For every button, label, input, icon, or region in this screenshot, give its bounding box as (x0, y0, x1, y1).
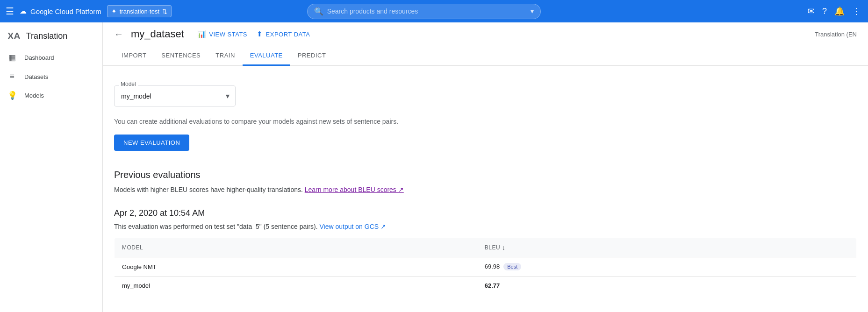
project-selector[interactable]: ✦ translation-test ⇅ (107, 5, 172, 17)
search-dropdown-icon[interactable]: ▾ (531, 7, 534, 15)
back-button[interactable]: ← (114, 29, 123, 40)
learn-more-bleu-link[interactable]: Learn more about BLEU scores ↗ (305, 186, 404, 193)
model-select-group: Model my_model ▾ (114, 77, 857, 106)
info-text: You can create additional evaluations to… (114, 118, 857, 125)
email-icon[interactable]: ✉ (806, 4, 817, 18)
sidebar-header: XA Translation (0, 26, 102, 48)
view-output-link[interactable]: View output on GCS ↗ (320, 223, 387, 230)
model-select-label: Model (119, 81, 138, 87)
sidebar-item-models[interactable]: 💡 Models (0, 86, 99, 105)
export-icon: ⬆ (257, 30, 263, 38)
tab-predict[interactable]: PREDICT (290, 46, 334, 66)
logo-text: Google Cloud Platform (30, 7, 101, 15)
model-dropdown-arrow-icon: ▾ (226, 92, 230, 100)
bleu-desc-text: Models with higher BLEU scores have high… (114, 186, 303, 193)
dataset-title: my_dataset (131, 28, 184, 40)
notifications-icon[interactable]: 🔔 (832, 4, 846, 18)
search-input[interactable] (327, 7, 527, 15)
tab-evaluate[interactable]: EVALUATE (243, 46, 290, 66)
best-badge: Best (503, 263, 521, 270)
table-header-model: Model (115, 238, 477, 257)
table-row: Google NMT69.98Best (115, 257, 857, 277)
help-icon[interactable]: ? (820, 5, 829, 18)
dashboard-icon: ▦ (7, 53, 17, 63)
evaluation-table: Model BLEU ↓ Googl (114, 238, 857, 295)
models-icon: 💡 (7, 91, 17, 100)
view-stats-label: VIEW STATS (209, 31, 247, 38)
tab-sentences[interactable]: SENTENCES (154, 46, 208, 66)
translation-logo-icon: XA (7, 31, 21, 42)
evaluation-entry: Apr 2, 2020 at 10:54 AM This evaluation … (114, 208, 857, 295)
page-layout: XA Translation ▦ Dashboard ≡ Datasets 💡 … (0, 22, 868, 312)
new-evaluation-button[interactable]: NEW EVALUATION (114, 135, 189, 151)
sidebar-item-dashboard[interactable]: ▦ Dashboard (0, 48, 99, 67)
content-header: ← my_dataset 📊 VIEW STATS ⬆ EXPORT DATA … (103, 22, 868, 46)
search-bar[interactable]: 🔍 ▾ (307, 4, 541, 19)
table-header-bleu[interactable]: BLEU ↓ (477, 238, 857, 257)
tab-bar: IMPORT SENTENCES TRAIN EVALUATE PREDICT (103, 46, 868, 66)
sidebar-item-label: Models (24, 92, 44, 99)
export-data-button[interactable]: ⬆ EXPORT DATA (257, 30, 310, 38)
main-content: ← my_dataset 📊 VIEW STATS ⬆ EXPORT DATA … (103, 22, 868, 312)
model-dropdown[interactable]: my_model ▾ (114, 85, 236, 106)
account-icon[interactable]: ⋮ (850, 4, 862, 18)
tab-train[interactable]: TRAIN (208, 46, 243, 66)
eval-desc-prefix: This evaluation was performed on test se… (114, 223, 318, 230)
table-cell-model: Google NMT (115, 257, 477, 277)
eval-description: This evaluation was performed on test se… (114, 223, 857, 230)
export-data-label: EXPORT DATA (266, 31, 310, 38)
page-body: Model my_model ▾ You can create addition… (103, 66, 868, 306)
view-stats-button[interactable]: 📊 VIEW STATS (197, 30, 247, 38)
previous-evaluations-title: Previous evaluations (114, 170, 857, 180)
hamburger-menu-icon[interactable]: ☰ (6, 6, 14, 17)
tab-import[interactable]: IMPORT (114, 46, 154, 66)
sidebar-item-label: Dashboard (24, 54, 54, 61)
project-icon: ✦ (111, 7, 117, 15)
table-row: my_model62.77 (115, 277, 857, 295)
table-cell-bleu: 62.77 (477, 277, 857, 295)
datasets-icon: ≡ (7, 72, 17, 81)
project-chevron-icon: ⇅ (162, 8, 167, 15)
table-cell-model: my_model (115, 277, 477, 295)
app-logo: ☁ Google Cloud Platform (20, 7, 101, 15)
eval-date: Apr 2, 2020 at 10:54 AM (114, 208, 857, 218)
previous-evaluations-section: Previous evaluations Models with higher … (114, 170, 857, 295)
translation-info: Translation (EN (815, 31, 857, 38)
previous-evaluations-desc: Models with higher BLEU scores have high… (114, 186, 857, 193)
project-name: translation-test (120, 8, 159, 15)
stats-icon: 📊 (197, 30, 207, 38)
sidebar-title: Translation (26, 31, 67, 41)
sidebar: XA Translation ▦ Dashboard ≡ Datasets 💡 … (0, 22, 103, 312)
sidebar-item-datasets[interactable]: ≡ Datasets (0, 67, 99, 86)
sidebar-item-label: Datasets (24, 73, 48, 80)
logo-icon: ☁ (20, 7, 27, 15)
sort-desc-icon: ↓ (502, 244, 506, 251)
external-link-icon: ↗ (398, 186, 404, 193)
header-actions: 📊 VIEW STATS ⬆ EXPORT DATA (197, 30, 310, 38)
external-link-icon: ↗ (380, 223, 386, 230)
top-navigation: ☰ ☁ Google Cloud Platform ✦ translation-… (0, 0, 868, 22)
model-select-value: my_model (121, 92, 151, 100)
table-cell-bleu: 69.98Best (477, 257, 857, 277)
search-icon: 🔍 (314, 7, 323, 16)
nav-right-icons: ✉ ? 🔔 ⋮ (806, 4, 862, 18)
